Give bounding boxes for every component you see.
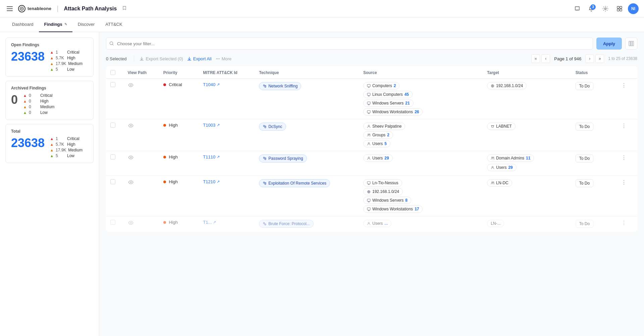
- sev-row-medium: ▲ 17.9K Medium: [50, 61, 83, 66]
- chat-button[interactable]: [572, 3, 583, 14]
- apply-button[interactable]: Apply: [596, 38, 622, 50]
- row-checkbox-4[interactable]: [106, 176, 124, 216]
- subnav: Dashboard Findings ✎ Discover ATT&CK: [0, 17, 644, 32]
- tab-attck[interactable]: ATT&CK: [100, 17, 127, 32]
- export-all-button[interactable]: Export All: [185, 55, 214, 63]
- row-menu-1[interactable]: ⋮: [620, 81, 628, 89]
- export-all-label: Export All: [193, 56, 212, 61]
- row-actions-1[interactable]: ⋮: [616, 79, 637, 119]
- source-tags-2: Sheev Palpatine Groups 2 Users 5: [363, 123, 479, 147]
- row-mitre-3[interactable]: T1110 ↗: [199, 151, 255, 176]
- target-tags-3: Domain Admins 11 Users 29: [487, 154, 568, 172]
- row-menu-3[interactable]: ⋮: [620, 153, 628, 162]
- viewpath-icon-1[interactable]: [128, 84, 134, 89]
- row-viewpath-1[interactable]: [124, 79, 159, 119]
- status-badge-5: To Do: [576, 220, 593, 228]
- mitre-link-2[interactable]: T1003 ↗: [203, 123, 251, 128]
- row-4-checkbox[interactable]: [110, 179, 115, 184]
- row-priority-2: High: [159, 119, 199, 151]
- svg-rect-19: [367, 111, 370, 113]
- row-viewpath-3[interactable]: [124, 151, 159, 176]
- row-status-2: To Do: [572, 119, 616, 151]
- notification-button[interactable]: 3: [586, 3, 597, 14]
- row-actions-5[interactable]: ⋮: [616, 216, 637, 232]
- first-page-button[interactable]: «: [531, 54, 540, 63]
- mitre-link-1[interactable]: T1040 ↗: [203, 82, 251, 87]
- row-5-checkbox[interactable]: [110, 220, 115, 225]
- row-menu-2[interactable]: ⋮: [620, 122, 628, 130]
- sev-row-critical: ▲ 1 Critical: [50, 50, 83, 55]
- nav-separator: |: [57, 5, 58, 12]
- row-menu-4[interactable]: ⋮: [620, 178, 628, 187]
- row-checkbox-3[interactable]: [106, 151, 124, 176]
- row-viewpath-2[interactable]: [124, 119, 159, 151]
- row-source-5: Users ...: [359, 216, 483, 232]
- row-actions-4[interactable]: ⋮: [616, 176, 637, 216]
- filter-input[interactable]: [106, 38, 593, 50]
- th-target: Target: [483, 67, 572, 79]
- row-actions-3[interactable]: ⋮: [616, 151, 637, 176]
- row-mitre-2[interactable]: T1003 ↗: [199, 119, 255, 151]
- left-panel: Open Findings 23638 ▲ 1 Critical ▲ 5.7K …: [0, 32, 99, 336]
- row-mitre-5[interactable]: T1... ↗: [199, 216, 255, 232]
- row-target-3: Domain Admins 11 Users 29: [483, 151, 572, 176]
- row-viewpath-4[interactable]: [124, 176, 159, 216]
- bookmark-icon[interactable]: [122, 6, 127, 11]
- viewpath-icon-2[interactable]: [128, 125, 134, 130]
- row-1-checkbox[interactable]: [110, 82, 115, 87]
- svg-point-42: [492, 182, 493, 183]
- more-label: More: [222, 56, 232, 61]
- high-icon: ▲: [50, 56, 54, 60]
- low-icon: ▲: [50, 67, 54, 71]
- winwork-1-count: 26: [415, 110, 419, 114]
- viewpath-icon-5[interactable]: [128, 222, 134, 227]
- total-title: Total: [11, 129, 88, 134]
- groups-count: 2: [387, 133, 389, 137]
- columns-button[interactable]: [625, 38, 637, 50]
- row-3-checkbox[interactable]: [110, 154, 115, 159]
- export-selected-button[interactable]: Export Selected (0): [138, 55, 185, 63]
- low-value: 5: [56, 67, 65, 72]
- hamburger-menu[interactable]: [5, 5, 14, 12]
- svg-point-47: [368, 222, 369, 223]
- row-mitre-4[interactable]: T1210 ↗: [199, 176, 255, 216]
- row-status-5: To Do: [572, 216, 616, 232]
- viewpath-icon-4[interactable]: [128, 181, 134, 186]
- svg-point-36: [263, 182, 265, 183]
- row-checkbox-1[interactable]: [106, 79, 124, 119]
- row-actions-2[interactable]: ⋮: [616, 119, 637, 151]
- th-mitre: MITRE ATT&CK Id: [199, 67, 255, 79]
- row-checkbox-2[interactable]: [106, 119, 124, 151]
- prev-page-button[interactable]: ‹: [541, 54, 550, 63]
- tab-discover[interactable]: Discover: [72, 17, 100, 32]
- user-avatar[interactable]: NI: [628, 3, 639, 14]
- target-4: LN-DC: [487, 179, 512, 187]
- mitre-link-5[interactable]: T1... ↗: [203, 220, 251, 225]
- arch-critical-icon: ▲: [23, 93, 27, 97]
- findings-tab-edit[interactable]: ✎: [64, 22, 67, 26]
- mitre-link-4[interactable]: T1210 ↗: [203, 179, 251, 184]
- viewpath-icon-3[interactable]: [128, 156, 134, 161]
- svg-point-1: [605, 8, 606, 9]
- critical-icon: ▲: [50, 50, 54, 54]
- users-3-count: 29: [384, 156, 389, 160]
- row-checkbox-5[interactable]: [106, 216, 124, 232]
- last-page-button[interactable]: »: [595, 54, 604, 63]
- more-button[interactable]: More: [214, 55, 234, 63]
- grid-button[interactable]: [614, 3, 625, 14]
- th-select-all[interactable]: [106, 67, 124, 79]
- settings-button[interactable]: [600, 3, 611, 14]
- mitre-link-3[interactable]: T1110 ↗: [203, 154, 251, 159]
- next-page-button[interactable]: ›: [585, 54, 594, 63]
- tab-dashboard[interactable]: Dashboard: [7, 17, 39, 32]
- svg-point-24: [368, 125, 369, 126]
- source-sheev: Sheev Palpatine: [363, 123, 405, 130]
- tab-findings[interactable]: Findings ✎: [39, 17, 72, 32]
- open-findings-card: Open Findings 23638 ▲ 1 Critical ▲ 5.7K …: [5, 38, 94, 77]
- row-viewpath-5[interactable]: [124, 216, 159, 232]
- row-menu-5[interactable]: ⋮: [620, 219, 628, 227]
- row-mitre-1[interactable]: T1040 ↗: [199, 79, 255, 119]
- target-users-3: Users 29: [487, 164, 517, 171]
- select-all-checkbox[interactable]: [110, 70, 115, 75]
- row-2-checkbox[interactable]: [110, 123, 115, 128]
